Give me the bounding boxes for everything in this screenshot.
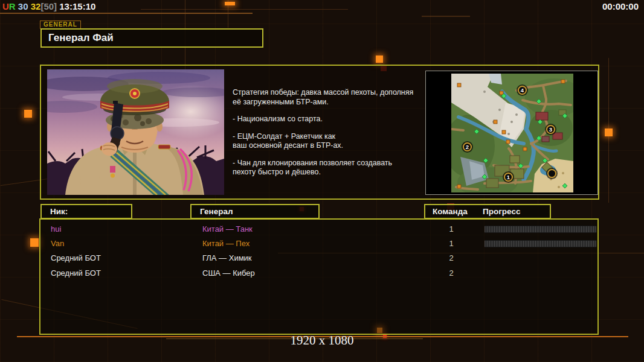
player-team: 2 <box>440 268 462 278</box>
player-progress-bar <box>485 226 596 233</box>
player-row: hui Китай — Танк 1 <box>40 223 597 237</box>
map-marker-3: 3 <box>546 125 555 134</box>
player-row: Van Китай — Пех 1 <box>40 237 597 252</box>
player-team: 1 <box>440 224 462 233</box>
map-marker-2: 2 <box>463 142 472 151</box>
player-general: США — Кибер <box>202 268 255 278</box>
strategy-paragraph: Стратегия победы: давка массой пехоты, д… <box>233 88 421 107</box>
general-tab-label: GENERAL <box>40 21 81 29</box>
circuit-line <box>141 9 348 10</box>
status-u: U <box>2 1 9 11</box>
player-nick: Van <box>51 239 64 248</box>
player-row: Средний БОТ ГЛА — Химик 2 <box>40 252 597 266</box>
player-row: Средний БОТ США — Кибер 2 <box>40 267 597 281</box>
column-header-nick: Ник: <box>40 204 132 219</box>
resolution-label: 1920 x 1080 <box>0 333 644 348</box>
map-marker-4: 4 <box>518 86 527 95</box>
glow-square <box>24 110 32 118</box>
player-team: 2 <box>440 253 462 262</box>
player-general: Китай — Танк <box>202 224 253 233</box>
player-nick: Средний БОТ <box>51 253 101 262</box>
player-progress-bar <box>485 240 596 247</box>
status-bracket: [50] <box>40 1 57 11</box>
glow-square <box>30 238 39 247</box>
strategy-paragraph: - Национализм со старта. <box>233 115 421 124</box>
status-bar: UR 30 32[50] 13:15:10 <box>2 1 95 11</box>
general-portrait-art <box>47 69 224 195</box>
glow-square <box>376 56 383 63</box>
status-value-yellow: 32 <box>31 1 41 11</box>
column-header-team-progress: Команда Прогресс <box>424 204 551 219</box>
general-title: Генерал Фай <box>40 28 263 48</box>
general-portrait <box>47 69 224 195</box>
status-r: R <box>9 1 16 11</box>
player-team: 1 <box>440 239 462 248</box>
glow-square <box>225 2 235 5</box>
column-header-general: Генерал <box>190 204 320 219</box>
loading-screen: UR 30 32[50] 13:15:10 00:00:00 GENERAL Г… <box>0 0 644 362</box>
status-value-blue: 30 <box>18 1 28 11</box>
strategy-paragraph: - ЕЦМ-Солдат + Ракетчик как ваш основной… <box>233 132 421 151</box>
minimap: 1 2 3 4 <box>451 74 573 192</box>
map-preview-panel: 1 2 3 4 <box>425 71 598 195</box>
strategy-paragraph: - Чан для клонирования позволяет создава… <box>233 159 421 177</box>
player-general: Китай — Пех <box>202 239 250 248</box>
status-clock: 13:15:10 <box>59 1 95 11</box>
column-header-progress: Прогресс <box>483 205 520 218</box>
map-marker-empty <box>547 169 556 178</box>
column-header-team: Команда <box>433 205 468 218</box>
match-timer: 00:00:00 <box>602 1 639 11</box>
strategy-text: Стратегия победы: давка массой пехоты, д… <box>233 88 421 185</box>
circuit-line <box>422 16 470 17</box>
player-general: ГЛА — Химик <box>202 253 252 262</box>
player-table: hui Китай — Танк 1 Van Китай — Пех 1 Сре… <box>39 218 599 335</box>
glow-square <box>605 129 613 136</box>
map-marker-1: 1 <box>504 173 513 182</box>
circuit-line <box>0 13 253 14</box>
player-nick: hui <box>51 224 61 233</box>
player-nick: Средний БОТ <box>51 268 101 278</box>
